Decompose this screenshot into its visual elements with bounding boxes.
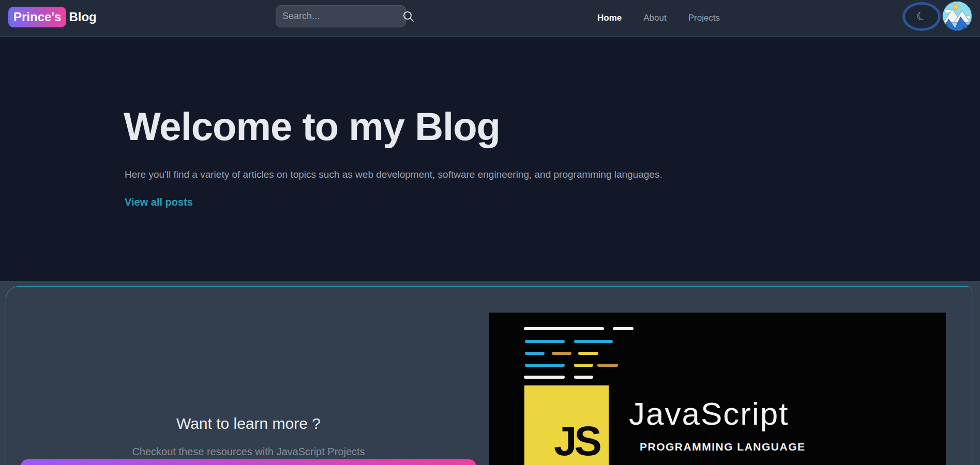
nav-link-home[interactable]: Home: [597, 13, 622, 23]
search-icon[interactable]: [402, 10, 415, 23]
mountain-avatar-icon: [942, 1, 972, 31]
nav-link-projects[interactable]: Projects: [688, 13, 720, 23]
js-logo: JS: [524, 385, 609, 465]
hero-section: Welcome to my Blog Here you'll find a va…: [0, 37, 980, 281]
moon-icon: ☾: [915, 9, 928, 23]
code-line: [524, 376, 565, 379]
js-banner-subtitle: PROGRAMMING LANGUAGE: [640, 441, 806, 453]
code-line: [613, 327, 634, 330]
brand-logo[interactable]: Prince's Blog: [8, 7, 97, 27]
brand-badge: Prince's: [8, 7, 66, 27]
code-line: [574, 376, 593, 379]
javascript-projects-button[interactable]: JavaScript Projects: [21, 459, 476, 465]
avatar[interactable]: [942, 1, 972, 31]
search-box: [276, 5, 406, 27]
brand-title: Blog: [69, 10, 96, 24]
learn-card-subheading: Checkout these resources with JavaScript…: [21, 446, 476, 458]
learn-card-heading: Want to learn more ?: [21, 415, 476, 432]
code-line: [597, 364, 618, 367]
code-line: [574, 364, 593, 367]
js-banner-title: JavaScript: [629, 395, 789, 432]
code-line: [525, 364, 565, 367]
javascript-banner-image: JS JavaScript PROGRAMMING LANGUAGE: [489, 313, 946, 465]
hero-subtitle: Here you'll find a variety of articles o…: [125, 169, 662, 180]
code-line: [574, 340, 613, 343]
nav-link-about[interactable]: About: [643, 13, 666, 23]
theme-toggle-button[interactable]: ☾: [902, 2, 941, 31]
code-line: [524, 327, 604, 330]
view-all-posts-link[interactable]: View all posts: [125, 196, 193, 208]
code-line: [525, 352, 545, 355]
js-logo-text: JS: [554, 417, 599, 465]
search-input[interactable]: [282, 11, 402, 22]
navbar: Prince's Blog Home About Projects ☾: [0, 0, 980, 36]
nav-links: Home About Projects: [597, 0, 720, 36]
hero-title: Welcome to my Blog: [124, 104, 500, 149]
code-line: [552, 352, 571, 355]
code-line: [525, 340, 565, 343]
code-line: [578, 352, 598, 355]
